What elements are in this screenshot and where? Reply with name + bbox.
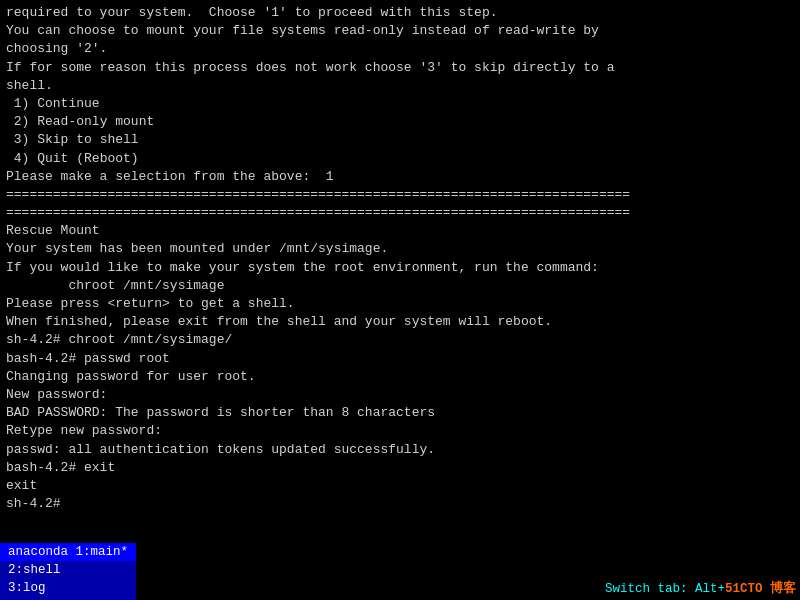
tab-3[interactable]: 3:log: [0, 579, 136, 597]
terminal-line: BAD PASSWORD: The password is shorter th…: [6, 404, 794, 422]
tab-2[interactable]: 2:shell: [0, 561, 136, 579]
status-bar: anaconda 1:main*2:shell3:log4:storage-lo…: [0, 576, 800, 600]
terminal-line: Your system has been mounted under /mnt/…: [6, 240, 794, 258]
tab-bar[interactable]: anaconda 1:main*2:shell3:log4:storage-lo…: [0, 543, 137, 600]
terminal-line: exit: [6, 477, 794, 495]
terminal-line: shell.: [6, 77, 794, 95]
terminal-line: New password:: [6, 386, 794, 404]
terminal-line: ========================================…: [6, 186, 794, 204]
terminal-line: 1) Continue: [6, 95, 794, 113]
terminal-line: If you would like to make your system th…: [6, 259, 794, 277]
watermark: 51CTO 博客: [725, 582, 796, 596]
terminal-line: sh-4.2# chroot /mnt/sysimage/: [6, 331, 794, 349]
terminal-output: required to your system. Choose '1' to p…: [0, 0, 800, 576]
terminal-line: You can choose to mount your file system…: [6, 22, 794, 40]
terminal-line: 2) Read-only mount: [6, 113, 794, 131]
terminal-line: Retype new password:: [6, 422, 794, 440]
terminal-line: When finished, please exit from the shel…: [6, 313, 794, 331]
status-right: Switch tab: Alt+51CTO 博客: [605, 580, 800, 597]
terminal-line: chroot /mnt/sysimage: [6, 277, 794, 295]
terminal-line: 3) Skip to shell: [6, 131, 794, 149]
terminal-line: sh-4.2#: [6, 495, 794, 513]
terminal-line: 4) Quit (Reboot): [6, 150, 794, 168]
terminal-line: passwd: all authentication tokens update…: [6, 441, 794, 459]
terminal-line: ========================================…: [6, 204, 794, 222]
switch-hint: Switch tab: Alt+: [605, 582, 725, 596]
terminal-line: choosing '2'.: [6, 40, 794, 58]
terminal-line: bash-4.2# passwd root: [6, 350, 794, 368]
terminal-line: required to your system. Choose '1' to p…: [6, 4, 794, 22]
terminal-line: Changing password for user root.: [6, 368, 794, 386]
terminal-line: Please press <return> to get a shell.: [6, 295, 794, 313]
terminal-line: bash-4.2# exit: [6, 459, 794, 477]
terminal-line: If for some reason this process does not…: [6, 59, 794, 77]
terminal-line: Rescue Mount: [6, 222, 794, 240]
tab-1[interactable]: anaconda 1:main*: [0, 543, 136, 561]
terminal-line: Please make a selection from the above: …: [6, 168, 794, 186]
